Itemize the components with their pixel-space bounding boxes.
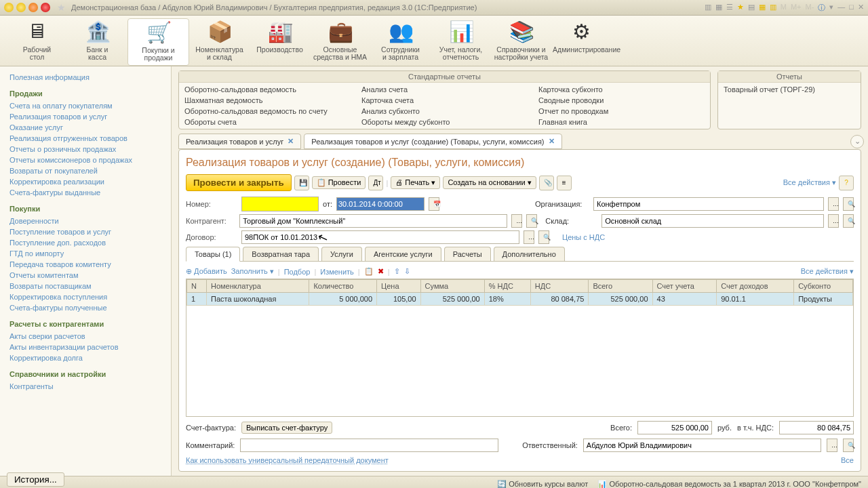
report-link[interactable]: Обороты между субконто — [361, 117, 528, 127]
select-icon[interactable]: … — [828, 214, 839, 228]
fill-link[interactable]: Заполнить ▾ — [231, 267, 274, 276]
m-icon[interactable]: M — [781, 3, 787, 13]
section-tab[interactable]: 🏦Банк икасса — [67, 18, 127, 66]
sidebar-link[interactable]: Передача товаров комитенту — [0, 259, 171, 270]
calendar-icon[interactable]: ▥ — [770, 3, 776, 13]
grid-cell[interactable]: 105,00 — [377, 293, 421, 306]
dropdown-icon[interactable]: ▾ — [829, 3, 833, 13]
sidebar-link[interactable]: Корректировка долга — [0, 352, 171, 363]
nav-fwd-icon[interactable] — [28, 3, 38, 12]
sub-tab[interactable]: Дополнительно — [494, 247, 565, 261]
calc-icon[interactable]: ▦ — [759, 3, 766, 13]
sidebar-link[interactable]: ГТД по импорту — [0, 248, 171, 259]
grid-header[interactable]: Номенклатура — [206, 280, 309, 293]
collapse-icon[interactable]: ⌄ — [850, 135, 864, 148]
open-icon[interactable]: 🔍 — [843, 439, 854, 452]
sidebar-link[interactable]: Счета-фактуры выданные — [0, 187, 171, 198]
tool-icon[interactable]: ▦ — [715, 3, 722, 13]
all-actions-link[interactable]: Все действия ▾ — [783, 178, 836, 187]
save-icon[interactable]: 💾 — [294, 176, 309, 190]
history-button[interactable]: История... — [7, 472, 64, 487]
grid-cell[interactable]: 1 — [187, 293, 207, 306]
grid-header[interactable]: % НДС — [484, 280, 530, 293]
section-tab[interactable]: 💼Основныесредства и НМА — [310, 18, 370, 66]
calendar-icon[interactable]: 📅 — [429, 197, 439, 211]
sub-tab[interactable]: Товары (1) — [186, 247, 240, 262]
sidebar-link[interactable]: Отчеты комитентам — [0, 270, 171, 281]
grid-cell[interactable]: 5 000,000 — [309, 293, 377, 306]
report-link[interactable]: Оборотно-сальдовая ведомость — [184, 84, 351, 95]
select-icon[interactable]: … — [524, 230, 534, 244]
sklad-input[interactable] — [601, 214, 824, 228]
nav-stop-icon[interactable] — [41, 3, 50, 12]
report-link[interactable]: Отчет по проводкам — [538, 106, 705, 117]
sidebar-link[interactable]: Поступление товаров и услуг — [0, 226, 171, 237]
open-icon[interactable]: 🔍 — [843, 214, 854, 228]
sidebar-link[interactable]: Возвраты от покупателей — [0, 165, 171, 176]
list-icon[interactable]: ≡ — [557, 176, 572, 190]
tool-icon[interactable]: ▤ — [748, 3, 755, 13]
grid-header[interactable]: НДС — [530, 280, 589, 293]
section-tab[interactable]: 🏭Производство — [250, 18, 310, 66]
sidebar-link[interactable]: Оказание услуг — [0, 122, 171, 133]
sidebar-link[interactable]: Корректировка поступления — [0, 291, 171, 302]
sidebar-link[interactable]: Счета на оплату покупателям — [0, 100, 171, 111]
osv-link[interactable]: 📊 Оборотно-сальдовая ведомость за 1 квар… — [597, 480, 861, 489]
resp-input[interactable] — [583, 439, 821, 452]
document-tab[interactable]: Реализация товаров и услуг✕ — [178, 134, 301, 149]
org-input[interactable] — [593, 197, 824, 211]
items-grid[interactable]: NНоменклатураКоличествоЦенаСумма% НДСНДС… — [186, 279, 854, 417]
close-tab-icon[interactable]: ✕ — [549, 137, 555, 146]
sidebar-link[interactable]: Поступление доп. расходов — [0, 237, 171, 248]
sidebar-link[interactable]: Возвраты поставщикам — [0, 281, 171, 291]
add-row-link[interactable]: ⊕ Добавить — [186, 267, 227, 276]
minimize-icon[interactable]: — — [837, 3, 845, 13]
star-icon[interactable]: ★ — [737, 3, 744, 13]
sub-tab[interactable]: Агентские услуги — [365, 247, 441, 261]
report-link[interactable]: Шахматная ведомость — [184, 95, 351, 106]
sidebar-link[interactable]: Доверенности — [0, 216, 171, 226]
report-link[interactable]: Карточка счета — [361, 95, 528, 106]
move-up-icon[interactable]: ⇧ — [394, 267, 400, 276]
grid-header[interactable]: Количество — [309, 280, 377, 293]
tool-icon[interactable]: ▥ — [705, 3, 711, 13]
grid-cell[interactable]: 18% — [484, 293, 530, 306]
favorite-icon[interactable]: ★ — [57, 2, 66, 13]
report-link[interactable]: Сводные проводки — [538, 95, 705, 106]
grid-header[interactable]: Субконто — [794, 280, 853, 293]
attach-icon[interactable]: 📎 — [539, 176, 554, 190]
move-down-icon[interactable]: ⇩ — [404, 267, 410, 276]
sidebar-link[interactable]: Реализация товаров и услуг — [0, 111, 171, 122]
post-and-close-button[interactable]: Провести и закрыть — [186, 174, 292, 191]
section-tab[interactable]: 📊Учет, налоги,отчетность — [431, 18, 491, 66]
sub-tab[interactable]: Расчеты — [444, 247, 491, 261]
comment-input[interactable] — [240, 439, 498, 452]
open-icon[interactable]: 🔍 — [843, 197, 854, 211]
write-sf-button[interactable]: Выписать счет-фактуру — [241, 422, 332, 434]
close-icon[interactable]: ✕ — [858, 3, 864, 13]
change-link[interactable]: Изменить — [320, 268, 354, 276]
prices-link[interactable]: Цены с НДС — [562, 233, 854, 241]
grid-cell[interactable]: 525 000,00 — [589, 293, 652, 306]
maximize-icon[interactable]: □ — [849, 3, 854, 13]
howto-link[interactable]: Как использовать универсальный передаточ… — [186, 456, 389, 464]
grid-cell[interactable]: Паста шоколадная — [206, 293, 309, 306]
select-icon[interactable]: … — [511, 214, 522, 228]
sidebar-link[interactable]: Полезная информация — [0, 72, 171, 83]
report-link[interactable]: Обороты счета — [184, 117, 351, 127]
m-icon[interactable]: M- — [806, 3, 814, 13]
help-icon[interactable]: ? — [839, 176, 854, 190]
select-icon[interactable]: … — [828, 197, 839, 211]
open-icon[interactable]: 🔍 — [526, 214, 537, 228]
report-link[interactable]: Главная книга — [538, 117, 705, 127]
grid-header[interactable]: Счет доходов — [717, 280, 794, 293]
sidebar-link[interactable]: Реализация отгруженных товаров — [0, 133, 171, 144]
sidebar-link[interactable]: Акты инвентаризации расчетов — [0, 342, 171, 352]
sidebar-link[interactable]: Отчеты комиссионеров о продажах — [0, 155, 171, 165]
report-link[interactable]: Карточка субконто — [538, 84, 705, 95]
sub-tab[interactable]: Возвратная тара — [243, 247, 319, 261]
section-tab[interactable]: 👥Сотрудникии зарплата — [370, 18, 431, 66]
pick-link[interactable]: Подбор — [284, 268, 311, 276]
m-icon[interactable]: M+ — [791, 3, 802, 13]
copy-icon[interactable]: 📋 — [364, 267, 374, 276]
